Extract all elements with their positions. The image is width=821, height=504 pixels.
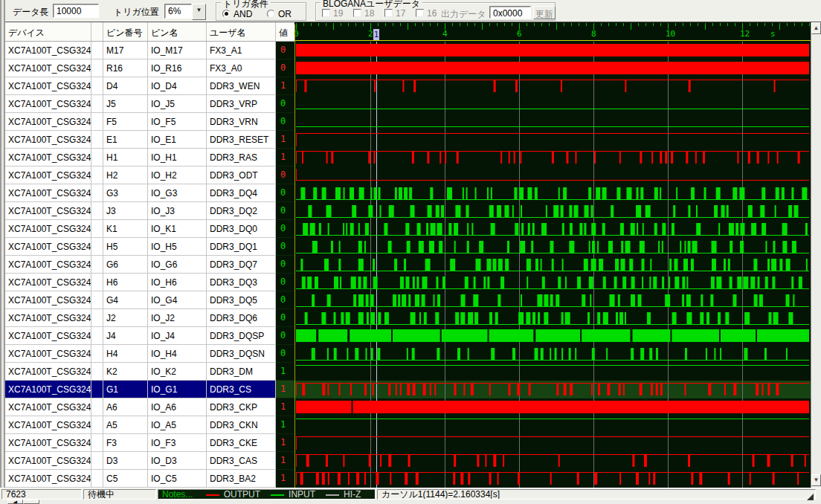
time-ruler[interactable]: 024681012s1 <box>294 22 811 42</box>
resize-grip-icon[interactable] <box>807 494 814 500</box>
table-row[interactable]: XC7A100T_CSG324D3IO_D3DDR3_CAS1 <box>5 452 294 470</box>
user-data-checkbox-18[interactable] <box>353 9 361 17</box>
waveform-area[interactable] <box>294 42 811 488</box>
user-name-cell: FX3_A0 <box>207 59 276 77</box>
scroll-left-icon[interactable]: ◀ <box>7 500 23 504</box>
table-row[interactable]: XC7A100T_CSG324A6IO_A6DDR3_CKP1 <box>5 398 294 416</box>
legend-label: HI-Z <box>344 489 361 500</box>
and-radio[interactable] <box>222 10 231 18</box>
table-row[interactable]: XC7A100T_CSG324K2IO_K2DDR3_DM1 <box>5 363 294 381</box>
table-row[interactable]: XC7A100T_CSG324F3IO_F3DDR3_CKE1 <box>5 434 294 452</box>
user-data-checkbox-17[interactable] <box>384 9 393 17</box>
legend-label: INPUT <box>289 489 315 500</box>
table-row[interactable]: XC7A100T_CSG324H6IO_H6DDR3_DQ30 <box>5 274 294 291</box>
pin-cell: D3 <box>103 452 148 470</box>
table-row[interactable]: XC7A100T_CSG324G4IO_G4DDR3_DQ50 <box>5 291 294 309</box>
data-length-input[interactable]: 10000 <box>53 4 99 18</box>
value-cell: 1 <box>276 77 294 95</box>
table-row[interactable]: XC7A100T_CSG324F5IO_F5DDR3_VRN0 <box>5 113 294 131</box>
table-row-selected[interactable]: XC7A100T_CSG324G1IO_G1DDR3_CS1 <box>5 381 294 398</box>
cursor-1-flag[interactable]: 1 <box>373 29 379 40</box>
scroll-down-icon[interactable]: ▼ <box>811 474 821 486</box>
table-row[interactable]: XC7A100T_CSG324D4IO_D4DDR3_WEN1 <box>5 77 294 95</box>
vertical-scrollbar[interactable]: ▲ ▼ <box>811 22 821 488</box>
pin-cell: G3 <box>103 184 148 202</box>
user-name-cell: DDR3_RESET <box>207 131 276 149</box>
user-data-checkbox-19[interactable] <box>322 9 330 17</box>
horizontal-scroll-thumb[interactable] <box>23 500 39 504</box>
column-header-0: デバイス <box>5 22 91 41</box>
or-radio[interactable] <box>267 10 275 18</box>
device-cell: XC7A100T_CSG324 <box>5 113 91 131</box>
time-tick-label: 8 <box>591 29 596 39</box>
output-data-input[interactable]: 0x0000 <box>489 6 531 19</box>
user-name-cell: DDR3_DQ4 <box>207 184 276 202</box>
table-row[interactable]: XC7A100T_CSG324J5IO_J5DDR3_VRP0 <box>5 95 294 113</box>
user-name-cell: DDR3_DQSP <box>207 327 276 345</box>
user-name-cell: DDR3_VRN <box>207 113 276 131</box>
user-name-cell: DDR3_DQ5 <box>207 291 276 309</box>
scroll-up-icon[interactable]: ▲ <box>811 22 821 34</box>
column-header-2: ピン番号 <box>103 22 148 41</box>
waveform-canvas[interactable] <box>294 42 811 488</box>
user-name-cell: DDR3_CAS <box>207 452 276 470</box>
pin-name-cell: IO_D3 <box>148 452 207 470</box>
pin-name-cell: IO_H4 <box>148 345 207 363</box>
column-header-4: ユーザ名 <box>207 22 276 41</box>
user-data-checkbox-label: 16 <box>427 8 437 19</box>
table-row[interactable]: XC7A100T_CSG324E1IO_E1DDR3_RESET1 <box>5 131 294 149</box>
pin-cell: J4 <box>103 327 148 345</box>
update-button[interactable]: 更新 <box>533 6 556 19</box>
user-name-cell: FX3_A1 <box>207 42 276 59</box>
user-name-cell: DDR3_CKP <box>207 398 276 416</box>
user-name-cell: DDR3_RAS <box>207 149 276 167</box>
notes-button[interactable]: Notes... <box>162 489 193 500</box>
table-row[interactable]: XC7A100T_CSG324M17IO_M17FX3_A10 <box>5 42 294 59</box>
pin-cell: G6 <box>103 256 148 274</box>
table-row[interactable]: XC7A100T_CSG324J4IO_J4DDR3_DQSP0 <box>5 327 294 345</box>
selector-cell <box>91 434 103 452</box>
device-cell: XC7A100T_CSG324 <box>5 309 91 327</box>
table-row[interactable]: XC7A100T_CSG324G6IO_G6DDR3_DQ70 <box>5 256 294 274</box>
table-row[interactable]: XC7A100T_CSG324J3IO_J3DDR3_DQ20 <box>5 202 294 220</box>
left-splitter-handle[interactable] <box>0 0 5 504</box>
legend-dash-icon <box>271 494 284 496</box>
user-data-checkbox-16[interactable] <box>416 9 424 17</box>
table-row[interactable]: XC7A100T_CSG324H4IO_H4DDR3_DQSN0 <box>5 345 294 363</box>
device-cell: XC7A100T_CSG324 <box>5 184 91 202</box>
value-cell: 1 <box>276 149 294 167</box>
pin-cell: J3 <box>103 202 148 220</box>
trigger-position-dropdown-icon[interactable]: ▼ <box>192 4 206 20</box>
status-field: 待機中 <box>83 489 156 500</box>
table-row[interactable]: XC7A100T_CSG324J2IO_J2DDR3_DQ60 <box>5 309 294 327</box>
legend-item-hi-z: HI-Z <box>326 490 361 499</box>
value-cell: 0 <box>276 202 294 220</box>
user-name-cell: DDR3_BA2 <box>207 470 276 488</box>
legend-item-output: OUTPUT <box>206 490 260 499</box>
table-row[interactable]: XC7A100T_CSG324R16IO_R16FX3_A00 <box>5 59 294 77</box>
trigger-position-select[interactable]: 6% <box>164 4 192 19</box>
table-row[interactable]: XC7A100T_CSG324H5IO_H5DDR3_DQ10 <box>5 238 294 256</box>
trigger-condition-group: トリガ条件 AND OR <box>216 2 306 21</box>
user-data-checkbox-label: 19 <box>333 8 343 19</box>
legend-item-input: INPUT <box>271 490 315 499</box>
user-name-cell: DDR3_CKE <box>207 434 276 452</box>
value-cell: 0 <box>276 327 294 345</box>
table-row[interactable]: XC7A100T_CSG324H1IO_H1DDR3_RAS1 <box>5 149 294 167</box>
table-row[interactable]: XC7A100T_CSG324G3IO_G3DDR3_DQ40 <box>5 184 294 202</box>
status-bar: 7623 待機中 Notes... OUTPUTINPUTHI-Z カーソル1(… <box>0 488 821 500</box>
pin-cell: A6 <box>103 398 148 416</box>
data-length-label: データ長 <box>13 6 49 19</box>
pin-cell: H2 <box>103 167 148 184</box>
device-cell: XC7A100T_CSG324 <box>5 42 91 59</box>
table-row[interactable]: XC7A100T_CSG324C5IO_C5DDR3_BA21 <box>5 470 294 488</box>
table-row[interactable]: XC7A100T_CSG324A5IO_A5DDR3_CKN1 <box>5 416 294 434</box>
selector-cell <box>91 256 103 274</box>
user-name-cell: DDR3_DM <box>207 363 276 381</box>
table-row[interactable]: XC7A100T_CSG324K1IO_K1DDR3_DQ00 <box>5 220 294 238</box>
table-row[interactable]: XC7A100T_CSG324H2IO_H2DDR3_ODT0 <box>5 167 294 184</box>
horizontal-scrollbar[interactable]: ◀ <box>0 500 821 504</box>
pin-name-cell: IO_A5 <box>148 416 207 434</box>
pin-name-cell: IO_H5 <box>148 238 207 256</box>
pin-name-cell: IO_J3 <box>148 202 207 220</box>
